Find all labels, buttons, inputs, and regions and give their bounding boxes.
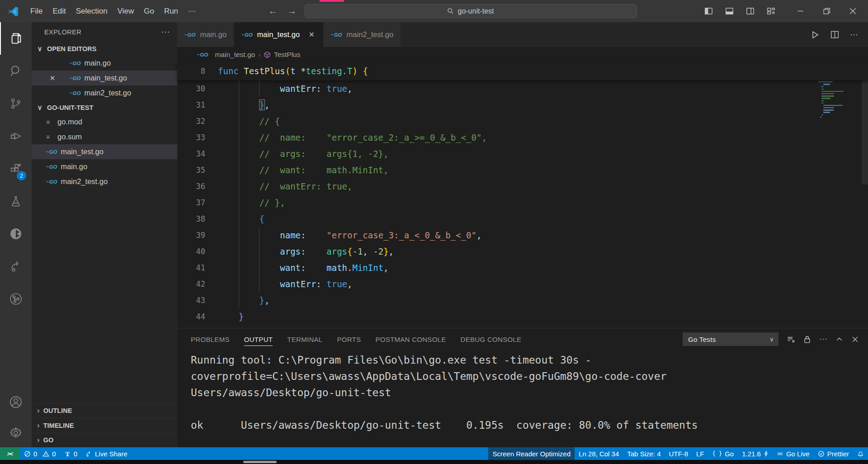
go-live-status[interactable]: Go Live (773, 447, 814, 460)
minimize-button[interactable] (788, 0, 814, 22)
sidebar-section-outline[interactable]: ›OUTLINE (32, 403, 177, 418)
breadcrumb[interactable]: GO main_test.go › TestPlus (177, 47, 868, 62)
sticky-scroll-line[interactable]: 8 func TestPlus(t *testing.T) { (177, 62, 868, 80)
nav-back-icon[interactable]: ← (269, 6, 278, 16)
close-editor-icon[interactable]: ✕ (48, 74, 57, 82)
settings-gear-icon[interactable] (0, 418, 32, 447)
restore-button[interactable] (814, 0, 840, 22)
menu-view[interactable]: View (113, 7, 139, 16)
menu-more[interactable]: ··· (183, 7, 201, 16)
split-editor-icon[interactable] (830, 30, 839, 39)
explorer-more-actions-icon[interactable]: ··· (161, 27, 170, 37)
screen-reader-status[interactable]: Screen Reader Optimized (488, 447, 575, 460)
code-line-35[interactable]: 35 // want: math.MinInt, (177, 162, 868, 178)
tab-size-status[interactable]: Tab Size: 4 (623, 447, 665, 460)
bottom-panel: PROBLEMSOUTPUTTERMINALPORTSPOSTMAN CONSO… (177, 328, 868, 447)
testing-icon[interactable] (0, 185, 32, 218)
code-line-32[interactable]: 32 // { (177, 113, 868, 129)
menu-run[interactable]: Run (159, 7, 183, 16)
tab-main2_test.go[interactable]: GOmain2_test.go (324, 22, 401, 47)
problems-status[interactable]: 0 0 (20, 447, 60, 460)
code-line-37[interactable]: 37 // }, (177, 194, 868, 211)
close-window-button[interactable] (840, 0, 866, 22)
menu-go[interactable]: Go (139, 7, 159, 16)
extensions-icon[interactable]: 2 (0, 152, 32, 185)
source-control-icon[interactable] (0, 87, 32, 120)
ports-status[interactable]: 0 (60, 447, 81, 460)
toggle-panel-icon[interactable] (725, 7, 734, 15)
panel-tab-terminal[interactable]: TERMINAL (287, 328, 322, 350)
open-editor-main_test.go[interactable]: ✕GOmain_test.go (32, 71, 177, 85)
tree-item-main.go[interactable]: GOmain.go (32, 159, 177, 174)
code-line-43[interactable]: 43 }, (177, 292, 868, 308)
search-sidebar-icon[interactable] (0, 55, 32, 87)
customize-layout-icon[interactable] (767, 7, 775, 15)
accounts-icon[interactable] (0, 386, 32, 418)
minimap[interactable] (818, 81, 860, 119)
panel-tab-output[interactable]: OUTPUT (244, 328, 273, 350)
breadcrumb-symbol[interactable]: TestPlus (274, 51, 301, 59)
maximize-panel-icon[interactable] (835, 336, 843, 343)
tree-item-main_test.go[interactable]: GOmain_test.go (32, 144, 177, 159)
code-line-30[interactable]: 30 wantErr: true, (177, 80, 868, 97)
run-code-icon[interactable] (811, 30, 820, 39)
live-share-icon[interactable] (0, 250, 32, 283)
breadcrumb-file[interactable]: main_test.go (215, 51, 255, 59)
code-line-41[interactable]: 41 want: math.MinInt, (177, 260, 868, 276)
sidebar-section-timeline[interactable]: ›TIMELINE (32, 418, 177, 433)
remote-indicator[interactable]: >< (0, 447, 20, 460)
code-line-39[interactable]: 39 name: "error_case_3:_a_<_0_&_b_<_0", (177, 227, 868, 243)
code-line-40[interactable]: 40 args: args{-1, -2}, (177, 243, 868, 260)
tab-main.go[interactable]: GOmain.go (177, 22, 234, 47)
command-center-search[interactable]: go-unit-test (305, 4, 637, 18)
cursor-position-status[interactable]: Ln 28, Col 34 (575, 447, 623, 460)
code-line-36[interactable]: 36 // wantErr: true, (177, 178, 868, 194)
tree-item-go.sum[interactable]: ≡go.sum (32, 129, 177, 144)
code-line-33[interactable]: 33 // name: "error_case_2:_a_>=_0_&_b_<_… (177, 129, 868, 146)
code-line-44[interactable]: 44 } (177, 308, 868, 325)
menu-selection[interactable]: Selection (71, 7, 113, 16)
editor-scrollbar[interactable] (862, 80, 868, 185)
clear-output-icon[interactable] (787, 335, 795, 344)
panel-tab-ports[interactable]: PORTS (337, 328, 361, 350)
panel-more-actions-icon[interactable]: ··· (819, 335, 827, 344)
explorer-icon[interactable] (0, 22, 32, 55)
open-editor-main2_test.go[interactable]: GOmain2_test.go (32, 85, 177, 100)
close-panel-icon[interactable] (851, 336, 859, 343)
editor-more-actions-icon[interactable]: ··· (850, 30, 858, 39)
code-line-38[interactable]: 38 { (177, 211, 868, 227)
tree-item-go.mod[interactable]: ≡go.mod (32, 114, 177, 129)
panel-tab-debug-console[interactable]: DEBUG CONSOLE (461, 328, 522, 350)
encoding-status[interactable]: UTF-8 (665, 447, 693, 460)
tab-main_test.go[interactable]: GOmain_test.go✕ (234, 22, 324, 47)
tree-item-main2_test.go[interactable]: GOmain2_test.go (32, 174, 177, 189)
live-share-status[interactable]: Live Share (81, 447, 132, 460)
lock-output-icon[interactable] (803, 335, 811, 344)
run-debug-icon[interactable] (0, 120, 32, 152)
folder-header[interactable]: ∨ GO-UNIT-TEST (32, 100, 177, 114)
panel-tab-postman-console[interactable]: POSTMAN CONSOLE (375, 328, 446, 350)
git-graph-icon[interactable] (0, 283, 32, 315)
eol-status[interactable]: LF (692, 447, 708, 460)
go-version-status[interactable]: 1.21.6 (738, 447, 773, 460)
toggle-secondary-sidebar-icon[interactable] (746, 7, 755, 15)
notifications-bell-icon[interactable] (853, 447, 868, 460)
code-line-34[interactable]: 34 // args: args{1, -2}, (177, 146, 868, 162)
code-line-31[interactable]: 31 }, (177, 97, 868, 113)
menu-edit[interactable]: Edit (47, 7, 71, 16)
coverage-extension-icon[interactable] (0, 218, 32, 250)
output-console[interactable]: Running tool: C:\Program Files\Go\bin\go… (177, 350, 868, 447)
language-status[interactable]: { } Go (708, 447, 738, 460)
panel-tab-problems[interactable]: PROBLEMS (191, 328, 230, 350)
code-line-42[interactable]: 42 wantErr: true, (177, 276, 868, 292)
menu-file[interactable]: File (25, 7, 47, 16)
nav-forward-icon[interactable]: → (288, 6, 297, 16)
output-channel-select[interactable]: Go Tests ∨ (683, 332, 778, 346)
close-tab-icon[interactable]: ✕ (307, 30, 316, 39)
code-editor[interactable]: 30 wantErr: true,31 },32 // {33 // name:… (177, 80, 868, 328)
open-editors-header[interactable]: ∨ OPEN EDITORS (32, 42, 177, 56)
open-editor-main.go[interactable]: GOmain.go (32, 56, 177, 71)
prettier-status[interactable]: Prettier (814, 447, 853, 460)
toggle-sidebar-icon[interactable] (704, 7, 713, 15)
sidebar-section-go[interactable]: ›GO (32, 433, 177, 448)
